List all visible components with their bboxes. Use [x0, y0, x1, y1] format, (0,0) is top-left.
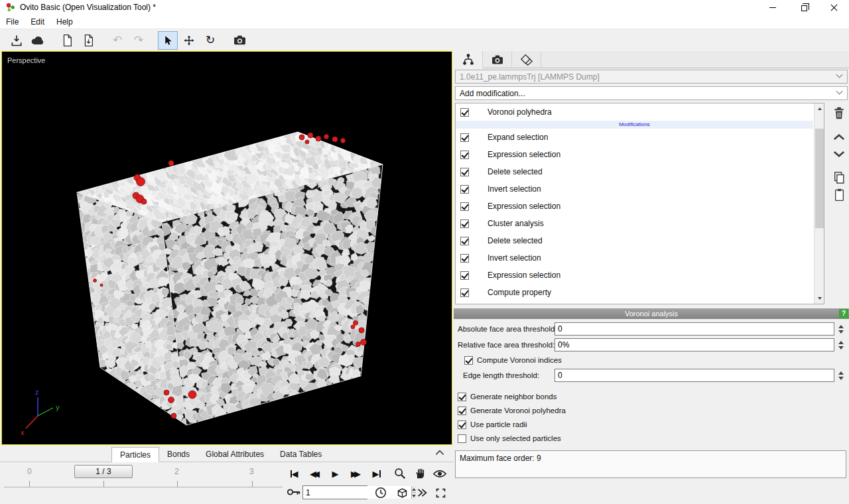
- viewport-canvas[interactable]: [2, 52, 452, 444]
- pipeline-source-select[interactable]: 1.0e11_pe.lammpsTrj [LAMMPS Dump]: [455, 70, 848, 84]
- tab-overlays[interactable]: [512, 51, 541, 68]
- modification-row[interactable]: Cluster analysis: [456, 215, 813, 232]
- rel-threshold-input[interactable]: [555, 338, 834, 351]
- modification-list: Voronoi polyhedraModificationsExpand sel…: [455, 103, 824, 304]
- tab-pipeline[interactable]: [454, 51, 483, 68]
- jump-start-button[interactable]: ◀: [284, 464, 304, 483]
- scroll-up-button[interactable]: [815, 103, 824, 114]
- animation-key-button[interactable]: [287, 488, 301, 497]
- tab-global-attributes[interactable]: Global Attributes: [198, 447, 272, 462]
- modification-row[interactable]: Delete selected: [456, 163, 813, 180]
- load-state-button[interactable]: [57, 31, 77, 50]
- rotate-tool-button[interactable]: ↻: [200, 31, 220, 50]
- generate-bonds-row[interactable]: Generate neighbor bonds: [458, 390, 845, 403]
- zoom-tool-button[interactable]: [390, 464, 410, 483]
- close-button[interactable]: [818, 0, 849, 15]
- chevron-down-icon: [836, 88, 843, 95]
- tab-rendering[interactable]: [483, 51, 512, 68]
- particle-radii-checkbox[interactable]: [458, 420, 466, 429]
- frame-spinbox: [302, 485, 367, 499]
- compute-indices-checkbox[interactable]: [464, 356, 473, 365]
- import-data-button[interactable]: [7, 31, 27, 50]
- only-selected-row[interactable]: Use only selected particles: [458, 432, 845, 445]
- tab-particles[interactable]: Particles: [111, 447, 159, 462]
- move-modifier-down-button[interactable]: [830, 145, 848, 162]
- move-tool-button[interactable]: [179, 31, 199, 50]
- animation-settings-button[interactable]: [373, 485, 389, 500]
- only-selected-checkbox[interactable]: [458, 434, 466, 443]
- pipeline-source-label: 1.0e11_pe.lammpsTrj [LAMMPS Dump]: [460, 72, 600, 82]
- modification-checkbox[interactable]: [460, 254, 469, 263]
- maximize-viewport-button[interactable]: [432, 485, 448, 500]
- menu-file[interactable]: File: [0, 16, 25, 28]
- move-modifier-up-button[interactable]: [830, 128, 848, 145]
- compute-indices-row[interactable]: Compute Voronoi indices: [464, 353, 845, 367]
- generate-bonds-checkbox[interactable]: [458, 393, 466, 401]
- modification-checkbox[interactable]: [460, 133, 469, 142]
- inspector-collapse-button[interactable]: [435, 450, 446, 458]
- paste-modifier-button[interactable]: [830, 186, 848, 204]
- modification-row[interactable]: Invert selection: [456, 180, 813, 198]
- modification-row[interactable]: Expression selection: [456, 198, 813, 215]
- move-icon: [183, 34, 195, 46]
- pan-tool-button[interactable]: [410, 464, 430, 483]
- add-modification-select[interactable]: Add modification...: [455, 86, 848, 100]
- render-button[interactable]: [229, 31, 249, 50]
- import-remote-button[interactable]: [28, 31, 48, 50]
- abs-threshold-label: Absolute face area threshold:: [458, 325, 555, 333]
- jump-end-button[interactable]: ▶: [366, 464, 387, 483]
- scroll-down-button[interactable]: [815, 293, 824, 304]
- fast-forward-button[interactable]: ▶▶: [346, 464, 366, 483]
- command-panel-tabs: [454, 51, 849, 68]
- modification-row[interactable]: Delete selected: [456, 232, 813, 249]
- generate-polyhedra-row[interactable]: Generate Voronoi polyhedra: [458, 404, 845, 417]
- modification-checkbox[interactable]: [460, 185, 469, 194]
- fast-rewind-button[interactable]: ◀◀: [304, 464, 325, 483]
- modification-checkbox[interactable]: [460, 237, 469, 245]
- tags-icon: [520, 54, 533, 66]
- modification-row[interactable]: Invert selection: [456, 249, 813, 267]
- tab-bonds[interactable]: Bonds: [159, 447, 198, 462]
- timeline-current-frame[interactable]: 1 / 3: [74, 465, 133, 478]
- advance-button[interactable]: [414, 485, 430, 500]
- copy-modifier-button[interactable]: [830, 169, 848, 186]
- tab-data-tables[interactable]: Data Tables: [272, 447, 330, 462]
- modification-checkbox[interactable]: [460, 202, 469, 211]
- generate-polyhedra-checkbox[interactable]: [458, 407, 466, 415]
- abs-threshold-spinner[interactable]: [836, 325, 846, 334]
- modification-row[interactable]: Expression selection: [456, 267, 813, 284]
- menu-help[interactable]: Help: [50, 16, 79, 28]
- modifier-section-header[interactable]: Voronoi analysis ?: [454, 308, 849, 319]
- edge-threshold-input[interactable]: [555, 369, 834, 382]
- modification-row[interactable]: Compute property: [456, 284, 813, 301]
- edge-threshold-spinner[interactable]: [836, 371, 846, 380]
- minimize-button[interactable]: [757, 0, 788, 15]
- look-at-button[interactable]: [430, 464, 450, 483]
- scrollbar[interactable]: [814, 103, 824, 304]
- save-state-button[interactable]: [78, 31, 98, 50]
- modification-checkbox[interactable]: [460, 288, 469, 297]
- undo-button[interactable]: ↶: [107, 31, 127, 50]
- modification-checkbox[interactable]: [460, 271, 469, 280]
- select-tool-button[interactable]: [158, 31, 178, 50]
- timeline-ruler[interactable]: [4, 487, 283, 487]
- modification-checkbox[interactable]: [460, 168, 469, 176]
- render-viewport-button[interactable]: [394, 485, 410, 500]
- scroll-thumb[interactable]: [815, 129, 824, 228]
- particle-radii-row[interactable]: Use particle radii: [458, 418, 845, 431]
- restore-button[interactable]: [788, 0, 818, 15]
- help-button[interactable]: ?: [839, 309, 848, 318]
- menu-edit[interactable]: Edit: [25, 16, 50, 28]
- modification-checkbox[interactable]: [460, 220, 469, 228]
- modification-checkbox[interactable]: [460, 108, 469, 117]
- abs-threshold-input[interactable]: [555, 322, 834, 336]
- modification-row[interactable]: Voronoi polyhedra: [456, 103, 813, 121]
- viewport-type-label[interactable]: Perspective: [7, 56, 45, 64]
- redo-button[interactable]: ↷: [129, 31, 149, 50]
- modification-checkbox[interactable]: [460, 151, 469, 159]
- delete-modifier-button[interactable]: [830, 104, 848, 121]
- modification-row[interactable]: Expand selection: [456, 129, 813, 146]
- rel-threshold-spinner[interactable]: [836, 341, 846, 349]
- play-button[interactable]: ▶: [325, 464, 346, 483]
- modification-row[interactable]: Expression selection: [456, 146, 813, 163]
